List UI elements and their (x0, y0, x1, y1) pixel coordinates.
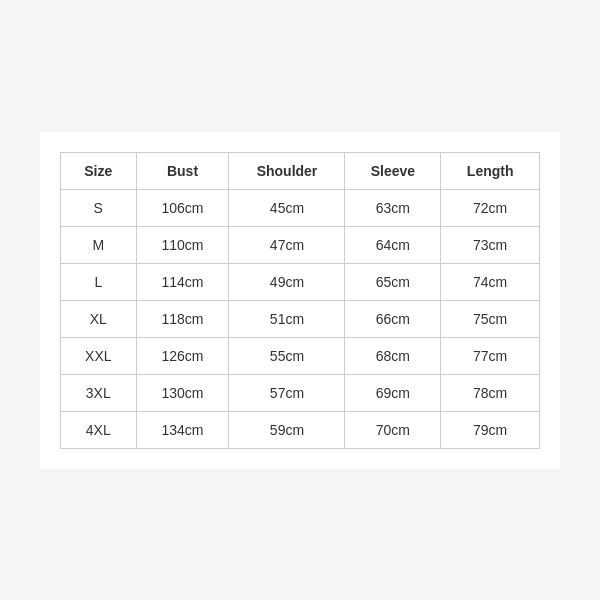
measurement-cell: 75cm (441, 300, 540, 337)
table-row: M110cm47cm64cm73cm (61, 226, 540, 263)
measurement-cell: 72cm (441, 189, 540, 226)
measurement-cell: 110cm (136, 226, 229, 263)
size-cell: S (61, 189, 137, 226)
column-header-bust: Bust (136, 152, 229, 189)
measurement-cell: 79cm (441, 411, 540, 448)
measurement-cell: 73cm (441, 226, 540, 263)
table-row: 4XL134cm59cm70cm79cm (61, 411, 540, 448)
table-row: XXL126cm55cm68cm77cm (61, 337, 540, 374)
measurement-cell: 126cm (136, 337, 229, 374)
measurement-cell: 130cm (136, 374, 229, 411)
table-body: S106cm45cm63cm72cmM110cm47cm64cm73cmL114… (61, 189, 540, 448)
measurement-cell: 57cm (229, 374, 345, 411)
size-chart-table: SizeBustShoulderSleeveLength S106cm45cm6… (60, 152, 540, 449)
table-row: S106cm45cm63cm72cm (61, 189, 540, 226)
measurement-cell: 47cm (229, 226, 345, 263)
measurement-cell: 64cm (345, 226, 441, 263)
table-row: 3XL130cm57cm69cm78cm (61, 374, 540, 411)
measurement-cell: 70cm (345, 411, 441, 448)
size-cell: XXL (61, 337, 137, 374)
measurement-cell: 49cm (229, 263, 345, 300)
measurement-cell: 134cm (136, 411, 229, 448)
size-chart-container: SizeBustShoulderSleeveLength S106cm45cm6… (40, 132, 560, 469)
measurement-cell: 74cm (441, 263, 540, 300)
measurement-cell: 51cm (229, 300, 345, 337)
measurement-cell: 106cm (136, 189, 229, 226)
header-row: SizeBustShoulderSleeveLength (61, 152, 540, 189)
measurement-cell: 55cm (229, 337, 345, 374)
table-header: SizeBustShoulderSleeveLength (61, 152, 540, 189)
measurement-cell: 66cm (345, 300, 441, 337)
size-cell: 3XL (61, 374, 137, 411)
measurement-cell: 78cm (441, 374, 540, 411)
measurement-cell: 65cm (345, 263, 441, 300)
table-row: XL118cm51cm66cm75cm (61, 300, 540, 337)
size-cell: 4XL (61, 411, 137, 448)
measurement-cell: 69cm (345, 374, 441, 411)
size-cell: XL (61, 300, 137, 337)
measurement-cell: 118cm (136, 300, 229, 337)
size-cell: L (61, 263, 137, 300)
measurement-cell: 45cm (229, 189, 345, 226)
size-cell: M (61, 226, 137, 263)
measurement-cell: 114cm (136, 263, 229, 300)
measurement-cell: 77cm (441, 337, 540, 374)
measurement-cell: 63cm (345, 189, 441, 226)
column-header-length: Length (441, 152, 540, 189)
measurement-cell: 68cm (345, 337, 441, 374)
column-header-sleeve: Sleeve (345, 152, 441, 189)
column-header-shoulder: Shoulder (229, 152, 345, 189)
column-header-size: Size (61, 152, 137, 189)
measurement-cell: 59cm (229, 411, 345, 448)
table-row: L114cm49cm65cm74cm (61, 263, 540, 300)
